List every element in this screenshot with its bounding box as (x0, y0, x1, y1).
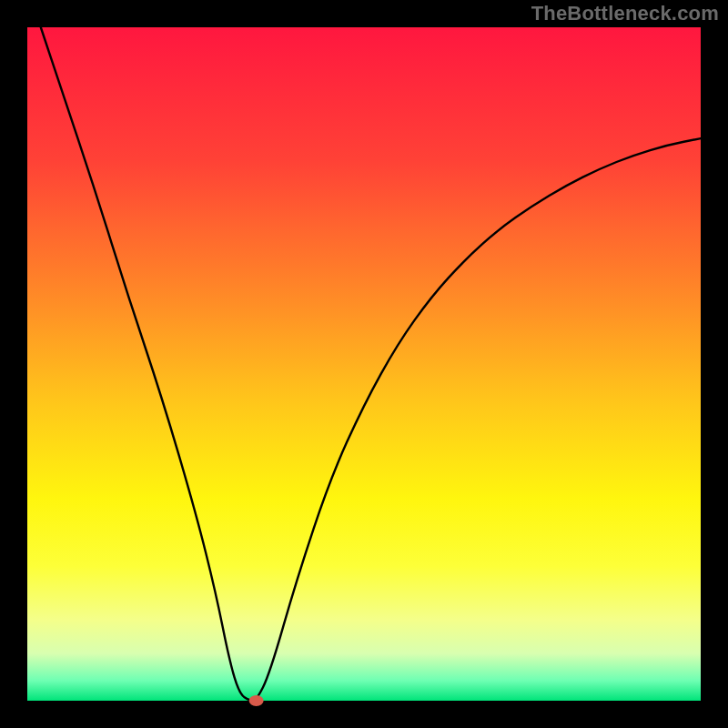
optimum-marker (249, 695, 264, 706)
plot-background (27, 27, 701, 701)
bottleneck-chart (0, 0, 728, 728)
chart-frame: TheBottleneck.com (0, 0, 728, 728)
